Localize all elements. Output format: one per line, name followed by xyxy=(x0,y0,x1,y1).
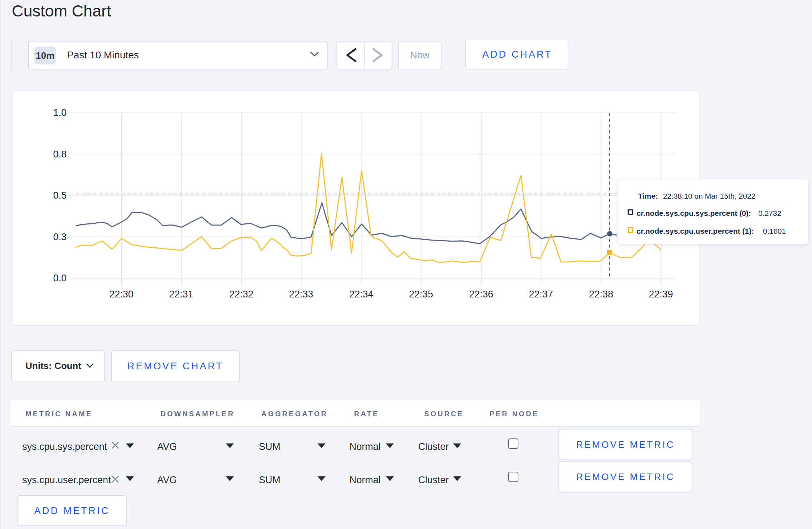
svg-text:1.0: 1.0 xyxy=(53,107,67,118)
svg-text:22:37: 22:37 xyxy=(529,289,553,300)
svg-text:22:38: 22:38 xyxy=(589,289,613,300)
svg-text:22:39: 22:39 xyxy=(649,289,673,300)
svg-text:0.0: 0.0 xyxy=(53,273,67,283)
svg-text:0.3: 0.3 xyxy=(53,232,67,242)
svg-text:22:30: 22:30 xyxy=(109,289,134,300)
svg-text:22:33: 22:33 xyxy=(289,289,313,300)
svg-text:22:32: 22:32 xyxy=(229,289,253,300)
svg-text:22:35: 22:35 xyxy=(409,289,433,300)
svg-text:22:34: 22:34 xyxy=(349,289,373,300)
svg-text:22:31: 22:31 xyxy=(169,289,193,300)
svg-text:0.8: 0.8 xyxy=(53,149,67,160)
svg-text:22:36: 22:36 xyxy=(469,289,493,300)
svg-text:0.5: 0.5 xyxy=(53,190,67,201)
